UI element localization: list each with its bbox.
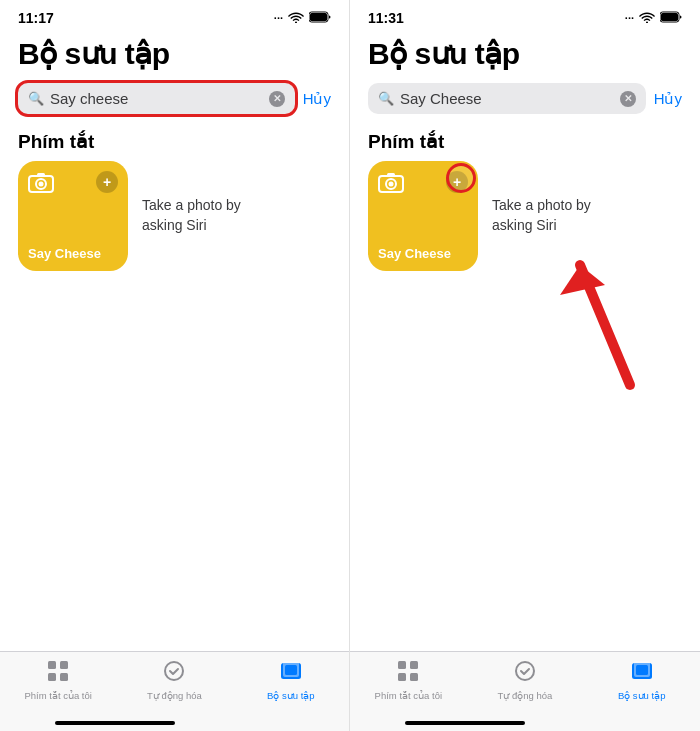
svg-rect-26 (398, 673, 406, 681)
search-bar-left[interactable]: 🔍 Say cheese ✕ (18, 83, 295, 114)
svg-rect-9 (48, 673, 56, 681)
time-left: 11:17 (18, 10, 54, 26)
svg-point-28 (516, 662, 534, 680)
svg-rect-25 (410, 661, 418, 669)
battery-icon-left (309, 11, 331, 25)
tab-icon-shortcuts-left (47, 660, 69, 687)
signal-icon-left: ··· (274, 12, 283, 24)
tab-label-gallery-right: Bộ sưu tập (618, 690, 666, 701)
wifi-icon-left (288, 11, 304, 25)
tab-bar-right: Phím tắt của tôi Tự động hóa Bộ sưu tập (350, 651, 700, 731)
svg-point-5 (39, 182, 44, 187)
search-container-right[interactable]: 🔍 Say Cheese ✕ Hủy (350, 77, 700, 120)
svg-rect-7 (48, 661, 56, 669)
red-circle-highlight (446, 163, 476, 193)
home-indicator-left (55, 721, 175, 725)
shortcut-card-left[interactable]: + Say Cheese (18, 161, 128, 271)
wifi-icon-right (639, 11, 655, 25)
svg-rect-14 (285, 665, 297, 675)
home-indicator-right (405, 721, 525, 725)
plus-btn-left[interactable]: + (96, 171, 118, 193)
svg-rect-6 (37, 173, 45, 177)
svg-point-15 (646, 22, 648, 24)
right-panel: 11:31 ··· Bộ sưu tập (350, 0, 700, 731)
tab-label-automation-right: Tự động hóa (498, 690, 553, 701)
search-bar-right[interactable]: 🔍 Say Cheese ✕ (368, 83, 646, 114)
camera-icon-right (378, 171, 404, 199)
tab-icon-automation-right (514, 660, 536, 687)
tab-label-automation-left: Tự động hóa (147, 690, 202, 701)
search-clear-left[interactable]: ✕ (269, 91, 285, 107)
shortcut-desc-line1-left: Take a photo by (142, 196, 241, 216)
search-value-right: Say Cheese (400, 90, 614, 107)
status-icons-right: ··· (625, 11, 682, 25)
svg-rect-21 (387, 173, 395, 177)
page-title-left: Bộ sưu tập (18, 36, 331, 71)
tab-label-gallery-left: Bộ sưu tập (267, 690, 315, 701)
shortcut-desc-left: Take a photo by asking Siri (142, 196, 241, 235)
svg-rect-17 (661, 13, 678, 21)
signal-icon-right: ··· (625, 12, 634, 24)
svg-rect-2 (310, 13, 327, 21)
page-header-left: Bộ sưu tập (0, 30, 349, 77)
svg-point-20 (389, 182, 394, 187)
svg-point-11 (165, 662, 183, 680)
svg-rect-31 (636, 665, 648, 675)
shortcut-card-right[interactable]: + Say Cheese (368, 161, 478, 271)
cancel-btn-right[interactable]: Hủy (654, 90, 682, 108)
tab-bar-left: Phím tắt của tôi Tự động hóa Bộ sưu tập (0, 651, 349, 731)
page-title-right: Bộ sưu tập (368, 36, 682, 71)
search-icon-right: 🔍 (378, 91, 394, 106)
section-title-left: Phím tắt (0, 120, 349, 161)
tab-label-shortcuts-right: Phím tắt của tôi (375, 690, 442, 701)
svg-rect-27 (410, 673, 418, 681)
tab-my-shortcuts-left[interactable]: Phím tắt của tôi (0, 660, 116, 701)
camera-icon-left (28, 171, 54, 199)
status-bar-left: 11:17 ··· (0, 0, 349, 30)
red-arrow-svg (550, 215, 670, 395)
cancel-btn-left[interactable]: Hủy (303, 90, 331, 108)
tab-automation-right[interactable]: Tự động hóa (467, 660, 584, 701)
tab-my-shortcuts-right[interactable]: Phím tắt của tôi (350, 660, 467, 701)
shortcut-row-left: + Say Cheese Take a photo by asking Siri (0, 161, 349, 271)
status-icons-left: ··· (274, 11, 331, 25)
svg-rect-24 (398, 661, 406, 669)
svg-rect-10 (60, 673, 68, 681)
shortcut-desc-line2-left: asking Siri (142, 216, 241, 236)
svg-marker-23 (560, 265, 605, 295)
shortcut-desc-line1-right: Take a photo by (492, 196, 591, 216)
tab-label-shortcuts-left: Phím tắt của tôi (24, 690, 91, 701)
shortcut-name-right: Say Cheese (378, 246, 468, 261)
section-title-right: Phím tắt (350, 120, 700, 161)
tab-icon-gallery-left (280, 660, 302, 687)
search-icon-left: 🔍 (28, 91, 44, 106)
svg-rect-8 (60, 661, 68, 669)
status-bar-right: 11:31 ··· (350, 0, 700, 30)
tab-icon-shortcuts-right (397, 660, 419, 687)
left-panel: 11:17 ··· Bộ sưu tập (0, 0, 350, 731)
battery-icon-right (660, 11, 682, 25)
search-value-left: Say cheese (50, 90, 263, 107)
tab-icon-automation-left (163, 660, 185, 687)
svg-point-0 (295, 22, 297, 24)
tab-automation-left[interactable]: Tự động hóa (116, 660, 232, 701)
search-container-left[interactable]: 🔍 Say cheese ✕ Hủy (0, 77, 349, 120)
shortcut-name-left: Say Cheese (28, 246, 118, 261)
page-header-right: Bộ sưu tập (350, 30, 700, 77)
time-right: 11:31 (368, 10, 404, 26)
tab-gallery-right[interactable]: Bộ sưu tập (583, 660, 700, 701)
arrow-annotation (550, 215, 670, 399)
tab-icon-gallery-right (631, 660, 653, 687)
tab-gallery-left[interactable]: Bộ sưu tập (233, 660, 349, 701)
search-clear-right[interactable]: ✕ (620, 91, 636, 107)
shortcut-card-top-left: + (28, 171, 118, 199)
